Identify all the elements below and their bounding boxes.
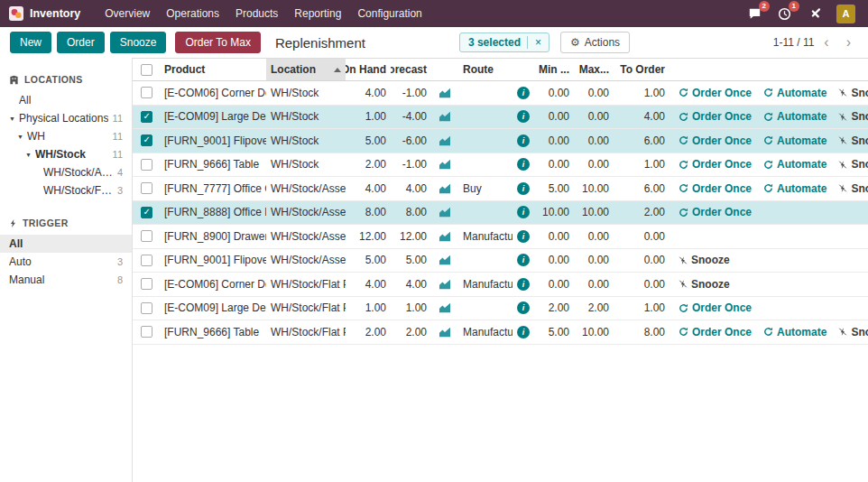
row-checkbox[interactable] xyxy=(141,278,152,290)
row-checkbox[interactable] xyxy=(141,302,152,314)
area-chart-icon[interactable] xyxy=(439,88,451,98)
info-icon[interactable]: i xyxy=(517,301,530,314)
info-icon[interactable]: i xyxy=(517,110,530,123)
table-row[interactable]: [FURN_9666] Table WH/Stock 2.00 -1.00 i … xyxy=(133,153,868,178)
product-cell[interactable]: [FURN_7777] Office Chair xyxy=(160,182,266,195)
info-icon[interactable]: i xyxy=(517,254,530,266)
info-icon[interactable]: i xyxy=(517,182,530,195)
snooze-row-button[interactable]: Snooze xyxy=(838,87,868,99)
table-row[interactable]: [FURN_8900] Drawer Black WH/Stock/Asse..… xyxy=(133,225,868,249)
product-cell[interactable]: [E-COM09] Large Desk xyxy=(160,301,266,314)
table-row[interactable]: [E-COM09] Large Desk WH/Stock 1.00 -4.00… xyxy=(133,106,868,130)
table-row[interactable]: [FURN_8888] Office Lamp WH/Stock/Asse...… xyxy=(133,201,868,226)
area-chart-icon[interactable] xyxy=(439,111,451,122)
order-once-row-button[interactable]: Order Once xyxy=(679,134,752,147)
info-icon[interactable]: i xyxy=(517,134,530,147)
area-chart-icon[interactable] xyxy=(439,183,451,194)
tools-button[interactable] xyxy=(807,6,822,22)
column-header-route[interactable]: Route xyxy=(458,59,512,80)
row-checkbox[interactable] xyxy=(141,207,152,218)
sidebar-item[interactable]: Manual8 xyxy=(0,271,132,289)
row-checkbox[interactable] xyxy=(141,159,152,171)
to-order-cell[interactable]: 4.00 xyxy=(614,110,669,123)
area-chart-icon[interactable] xyxy=(439,327,451,338)
column-header-forecast[interactable]: Forecast xyxy=(391,59,431,80)
column-header-min[interactable]: Min ... xyxy=(534,59,574,80)
to-order-cell[interactable]: 0.00 xyxy=(614,278,669,291)
area-chart-icon[interactable] xyxy=(439,255,451,265)
area-chart-icon[interactable] xyxy=(439,207,451,218)
order-once-row-button[interactable]: Order Once xyxy=(679,158,752,171)
row-checkbox[interactable] xyxy=(141,134,152,146)
snooze-row-button[interactable]: Snooze xyxy=(838,134,868,147)
automate-row-button[interactable]: Automate xyxy=(763,134,826,147)
row-checkbox[interactable] xyxy=(141,326,152,338)
info-icon[interactable]: i xyxy=(517,206,530,218)
product-cell[interactable]: [FURN_8900] Drawer Black xyxy=(160,230,266,243)
sidebar-item[interactable]: ▼WH/Stock11 xyxy=(0,145,132,163)
sidebar-item[interactable]: ▼Physical Locations11 xyxy=(0,109,132,127)
automate-row-button[interactable]: Automate xyxy=(763,110,826,123)
sidebar-item[interactable]: All xyxy=(0,91,132,109)
snooze-row-button[interactable]: Snooze xyxy=(679,278,730,291)
table-row[interactable]: [E-COM06] Corner Desk ... WH/Stock 4.00 … xyxy=(133,81,868,106)
product-cell[interactable]: [FURN_9001] Flipover xyxy=(160,254,266,266)
automate-row-button[interactable]: Automate xyxy=(763,326,826,338)
table-row[interactable]: [E-COM09] Large Desk WH/Stock/Flat P... … xyxy=(133,297,868,321)
caret-down-icon[interactable]: ▼ xyxy=(9,116,19,122)
info-icon[interactable]: i xyxy=(517,326,530,338)
to-order-cell[interactable]: 0.00 xyxy=(614,254,669,266)
user-avatar[interactable]: A xyxy=(836,5,855,23)
info-icon[interactable]: i xyxy=(517,87,530,99)
sidebar-item[interactable]: WH/Stock/Flat P...3 xyxy=(0,181,132,199)
snooze-row-button[interactable]: Snooze xyxy=(838,326,868,338)
sidebar-item[interactable]: Auto3 xyxy=(0,253,132,271)
clear-selection-icon[interactable]: × xyxy=(527,36,549,49)
pager-next-button[interactable]: › xyxy=(839,35,858,50)
app-name[interactable]: Inventory xyxy=(30,7,80,20)
area-chart-icon[interactable] xyxy=(439,302,451,313)
to-order-cell[interactable]: 2.00 xyxy=(614,206,669,218)
product-cell[interactable]: [FURN_9001] Flipover xyxy=(160,134,266,147)
table-row[interactable]: [FURN_9666] Table WH/Stock/Flat P... 2.0… xyxy=(133,320,868,345)
messages-button[interactable]: 2 xyxy=(747,6,762,22)
snooze-row-button[interactable]: Snooze xyxy=(679,254,730,266)
to-order-cell[interactable]: 1.00 xyxy=(614,158,669,171)
column-header-on-hand[interactable]: On Hand xyxy=(346,59,391,80)
area-chart-icon[interactable] xyxy=(439,279,451,290)
table-row[interactable]: [FURN_7777] Office Chair WH/Stock/Asse..… xyxy=(133,177,868,201)
snooze-button[interactable]: Snooze xyxy=(110,32,167,53)
snooze-row-button[interactable]: Snooze xyxy=(838,182,868,195)
snooze-row-button[interactable]: Snooze xyxy=(838,158,868,171)
row-checkbox[interactable] xyxy=(141,230,152,242)
select-all-checkbox[interactable] xyxy=(141,64,152,76)
info-icon[interactable]: i xyxy=(517,278,530,291)
area-chart-icon[interactable] xyxy=(439,159,451,170)
sidebar-item[interactable]: WH/Stock/Asse...4 xyxy=(0,163,132,181)
order-once-row-button[interactable]: Order Once xyxy=(679,87,752,99)
to-order-cell[interactable]: 8.00 xyxy=(614,326,669,338)
product-cell[interactable]: [FURN_8888] Office Lamp xyxy=(160,206,266,218)
caret-down-icon[interactable]: ▼ xyxy=(17,134,27,140)
area-chart-icon[interactable] xyxy=(439,231,451,242)
to-order-cell[interactable]: 6.00 xyxy=(614,134,669,147)
product-cell[interactable]: [FURN_9666] Table xyxy=(160,158,266,171)
table-row[interactable]: [E-COM06] Corner Desk ... WH/Stock/Flat … xyxy=(133,273,868,297)
column-header-location[interactable]: Location xyxy=(266,59,346,80)
info-icon[interactable]: i xyxy=(517,158,530,171)
row-checkbox[interactable] xyxy=(141,87,152,98)
activities-button[interactable]: 1 xyxy=(777,6,792,22)
to-order-cell[interactable]: 1.00 xyxy=(614,87,669,99)
order-button[interactable]: Order xyxy=(57,32,105,53)
order-to-max-button[interactable]: Order To Max xyxy=(175,32,260,53)
table-row[interactable]: [FURN_9001] Flipover WH/Stock/Asse... 5.… xyxy=(133,249,868,273)
order-once-row-button[interactable]: Order Once xyxy=(679,206,752,218)
to-order-cell[interactable]: 6.00 xyxy=(614,182,669,195)
menu-overview[interactable]: Overview xyxy=(97,0,158,27)
row-checkbox[interactable] xyxy=(141,111,152,123)
pager-previous-button[interactable]: ‹ xyxy=(817,35,836,50)
actions-button[interactable]: ⚙ Actions xyxy=(560,32,630,53)
caret-down-icon[interactable]: ▼ xyxy=(25,152,35,158)
order-once-row-button[interactable]: Order Once xyxy=(679,326,752,338)
order-once-row-button[interactable]: Order Once xyxy=(679,301,752,314)
